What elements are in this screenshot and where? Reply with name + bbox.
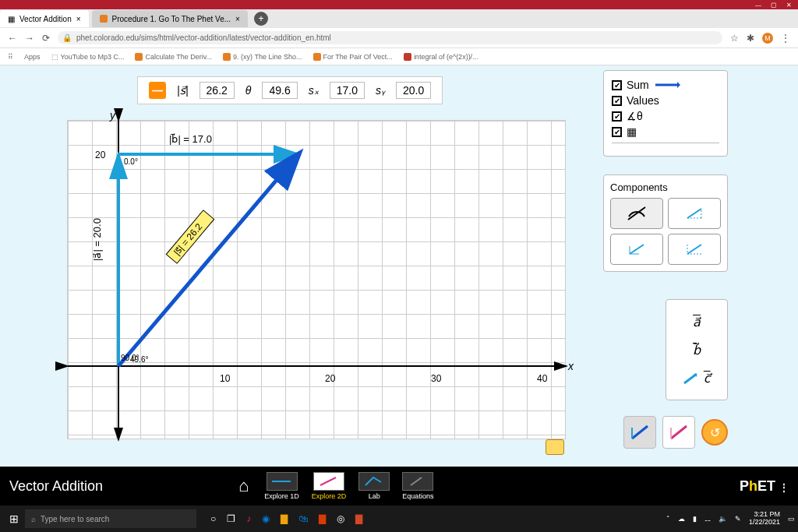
- tab-label: Vector Addition: [19, 15, 72, 23]
- component-onaxis-button[interactable]: [668, 234, 721, 265]
- tab-procedure[interactable]: Procedure 1. Go To The Phet Ve... ×: [92, 10, 248, 27]
- screen-explore2d[interactable]: Explore 2D: [307, 470, 351, 502]
- style-2-button[interactable]: [662, 416, 695, 449]
- taskbar-search[interactable]: ⌕Type here to search: [25, 509, 196, 528]
- taskbar-clock[interactable]: 3:21 PM 1/22/2021: [749, 511, 780, 527]
- lock-icon: 🔒: [62, 33, 72, 42]
- vec-b-angle: 0.0°: [124, 157, 138, 166]
- reset-button[interactable]: ↺: [701, 419, 728, 446]
- explorer-icon[interactable]: ▇: [281, 513, 288, 524]
- pen-icon[interactable]: ✎: [735, 515, 741, 523]
- xtick-10: 10: [220, 373, 231, 384]
- xtick-30: 30: [431, 373, 442, 384]
- wifi-icon[interactable]: ⚋: [704, 515, 711, 523]
- groove-icon[interactable]: ♪: [246, 513, 251, 524]
- tab-vector-addition[interactable]: ▦ Vector Addition ×: [0, 10, 89, 27]
- sy-value: 20.0: [396, 82, 431, 99]
- component-triangle-button[interactable]: [668, 198, 721, 229]
- chrome-icon[interactable]: ◎: [337, 513, 344, 524]
- start-button[interactable]: ⊞: [3, 513, 25, 525]
- components-panel: Components: [603, 174, 728, 272]
- forward-button[interactable]: →: [25, 33, 34, 44]
- sim-title: Vector Addition: [9, 478, 228, 495]
- tab-favicon-icon: ▦: [8, 15, 15, 23]
- profile-icon[interactable]: M: [762, 33, 773, 44]
- taskview-icon[interactable]: ❐: [227, 513, 235, 524]
- svg-line-11: [630, 245, 644, 254]
- bookmark-line[interactable]: 9. (xy) The Line Sho...: [223, 53, 302, 61]
- sx-label: sₓ: [309, 84, 319, 97]
- vector-graph[interactable]: y x 20 10 20 30 40 |s⃗| = 26.2 |b⃗| = 17…: [67, 120, 566, 439]
- menu-icon[interactable]: ⋮: [781, 33, 790, 44]
- bookmark-pair[interactable]: For The Pair Of Vect...: [313, 53, 393, 61]
- home-icon[interactable]: ⌂: [228, 476, 260, 496]
- maximize-icon[interactable]: ▢: [771, 2, 777, 9]
- remove-vector-button[interactable]: —: [149, 82, 166, 99]
- bookmark-youtube[interactable]: ⬚ YouTube to Mp3 C...: [51, 53, 125, 61]
- svg-line-23: [320, 477, 336, 485]
- grid-checkbox[interactable]: ✔: [612, 127, 622, 137]
- vector-slot-a[interactable]: a⃗: [693, 315, 701, 329]
- windows-taskbar: ⊞ ⌕Type here to search ○ ❐ ♪ ◉ ▇ 🛍 ▇ ◎ ▇…: [0, 506, 798, 532]
- tab-close-icon[interactable]: ×: [76, 15, 81, 23]
- reload-button[interactable]: ⟳: [42, 33, 50, 44]
- chegg-icon: [313, 53, 321, 61]
- tab-close-icon[interactable]: ×: [235, 15, 240, 23]
- component-none-button[interactable]: [610, 198, 663, 229]
- cortana-icon[interactable]: ○: [210, 513, 216, 524]
- volume-icon[interactable]: 🔈: [719, 515, 727, 523]
- star-icon[interactable]: ☆: [730, 33, 739, 44]
- style-1-button[interactable]: [623, 416, 656, 449]
- onedrive-icon[interactable]: ☁: [678, 515, 685, 523]
- eraser-button[interactable]: [546, 439, 564, 455]
- screen-explore1d[interactable]: Explore 1D: [260, 470, 304, 502]
- bookmark-deriv[interactable]: Calculate The Deriv...: [135, 53, 212, 61]
- angle-checkbox[interactable]: ✔: [612, 111, 622, 122]
- back-button[interactable]: ←: [8, 33, 17, 44]
- chegg-icon: [223, 53, 231, 61]
- screen-equations[interactable]: Equations: [397, 470, 438, 502]
- address-bar[interactable]: 🔒 phet.colorado.edu/sims/html/vector-add…: [58, 31, 722, 44]
- grid-icon: ▦: [627, 125, 637, 138]
- search-icon: ⌕: [31, 515, 36, 523]
- vector-slot-b[interactable]: b⃗: [693, 343, 701, 358]
- phet-logo[interactable]: PhET ⋮: [740, 478, 789, 495]
- style-buttons: ↺: [623, 416, 728, 449]
- theta-value: 49.6: [262, 82, 297, 99]
- svg-line-4: [118, 154, 298, 366]
- magnitude-value: 26.2: [200, 82, 235, 99]
- url-text: phet.colorado.edu/sims/html/vector-addit…: [76, 33, 331, 42]
- minimize-icon[interactable]: —: [755, 2, 761, 9]
- powerpoint-icon[interactable]: ▇: [355, 513, 362, 524]
- office-icon[interactable]: ▇: [319, 513, 326, 524]
- vec-a-label: |a⃗| = 20.0: [91, 218, 103, 261]
- notifications-icon[interactable]: ▭: [788, 515, 795, 523]
- angle-icon: ∡θ: [627, 110, 643, 122]
- x-axis-label: x: [567, 360, 574, 372]
- theta-label: θ: [245, 84, 252, 97]
- magnitude-label: |s⃗|: [177, 84, 189, 97]
- xtick-40: 40: [537, 373, 548, 384]
- chegg-icon: [135, 53, 143, 61]
- tray-chevron-icon[interactable]: ˄: [666, 515, 670, 523]
- components-title: Components: [610, 181, 721, 193]
- store-icon[interactable]: 🛍: [298, 513, 308, 524]
- screen-lab[interactable]: Lab: [354, 470, 394, 502]
- vec-s-label: |s⃗| = 26.2: [171, 221, 205, 258]
- bookmark-integral[interactable]: integral of (e^(2x))/...: [404, 53, 478, 61]
- values-checkbox[interactable]: ✔: [612, 96, 622, 106]
- sy-label: sᵧ: [376, 84, 385, 97]
- extension-icon[interactable]: ✱: [747, 33, 754, 44]
- close-icon[interactable]: ✕: [786, 2, 792, 9]
- apps-icon[interactable]: ⠿: [8, 53, 13, 61]
- tab-label: Procedure 1. Go To The Phet Ve...: [112, 15, 231, 23]
- component-parallelogram-button[interactable]: [610, 234, 663, 265]
- edge-icon[interactable]: ◉: [262, 513, 270, 524]
- vector-slot-c[interactable]: c⃗: [683, 371, 710, 386]
- svg-line-18: [632, 426, 648, 439]
- sum-checkbox[interactable]: ✔: [612, 80, 622, 90]
- battery-icon[interactable]: ▮: [693, 515, 697, 523]
- new-tab-button[interactable]: +: [254, 12, 268, 26]
- bookmark-apps[interactable]: Apps: [24, 53, 41, 61]
- simulation-area: — |s⃗| 26.2 θ 49.6 sₓ 17.0 sᵧ 20.0: [0, 65, 798, 491]
